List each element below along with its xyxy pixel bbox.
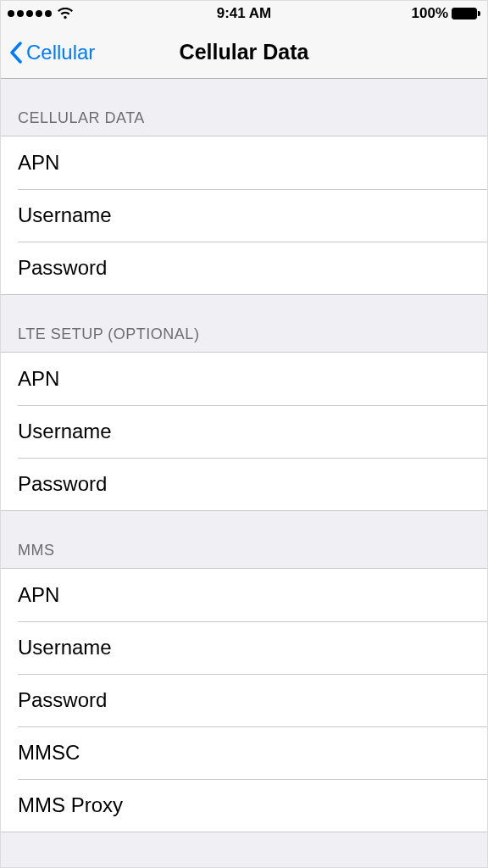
chevron-left-icon <box>9 42 23 64</box>
row-password[interactable]: Password <box>1 458 487 510</box>
row-username[interactable]: Username <box>1 189 487 242</box>
row-label: Password <box>18 472 107 496</box>
battery-icon <box>452 8 480 19</box>
row-label: MMSC <box>18 741 80 765</box>
row-password[interactable]: Password <box>1 242 487 294</box>
row-label: Password <box>18 688 107 712</box>
status-right: 100% <box>412 5 480 22</box>
row-label: Username <box>18 636 112 659</box>
row-label: APN <box>18 367 59 391</box>
row-apn[interactable]: APN <box>1 353 487 405</box>
group-lte-setup: LTE SETUP (OPTIONAL) APN Username Passwo… <box>1 295 487 511</box>
row-label: Username <box>18 203 112 227</box>
content-scroll[interactable]: CELLULAR DATA APN Username Password LTE … <box>1 79 487 867</box>
back-label: Cellular <box>26 41 95 64</box>
row-username[interactable]: Username <box>1 405 487 458</box>
group-rows: APN Username Password <box>1 352 487 511</box>
group-rows: APN Username Password <box>1 136 487 295</box>
screen: 9:41 AM 100% Cellular Cellular Data CELL… <box>0 0 488 868</box>
row-apn[interactable]: APN <box>1 136 487 189</box>
group-cellular-data: CELLULAR DATA APN Username Password <box>1 79 487 295</box>
wifi-icon <box>57 8 74 19</box>
group-header: CELLULAR DATA <box>1 79 487 136</box>
row-label: MMS Proxy <box>18 793 123 817</box>
group-header: LTE SETUP (OPTIONAL) <box>1 295 487 352</box>
row-password[interactable]: Password <box>1 674 487 726</box>
row-apn[interactable]: APN <box>1 569 487 621</box>
signal-strength-icon <box>8 10 52 17</box>
status-left <box>8 8 74 19</box>
row-label: Username <box>18 420 112 443</box>
group-mms: MMS APN Username Password MMSC MMS Proxy <box>1 511 487 832</box>
battery-percentage: 100% <box>412 5 448 22</box>
status-bar: 9:41 AM 100% <box>1 1 487 26</box>
group-header: MMS <box>1 511 487 568</box>
back-button[interactable]: Cellular <box>9 41 95 64</box>
row-label: APN <box>18 151 59 175</box>
group-rows: APN Username Password MMSC MMS Proxy <box>1 568 487 832</box>
row-mms-proxy[interactable]: MMS Proxy <box>1 779 487 832</box>
row-username[interactable]: Username <box>1 621 487 674</box>
row-label: APN <box>18 583 59 607</box>
row-label: Password <box>18 256 107 280</box>
nav-bar: Cellular Cellular Data <box>1 26 487 79</box>
row-mmsc[interactable]: MMSC <box>1 726 487 779</box>
